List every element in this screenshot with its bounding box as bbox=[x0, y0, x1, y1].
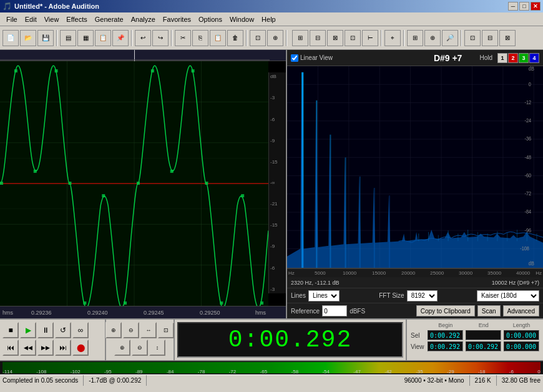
minimize-button[interactable]: ─ bbox=[508, 2, 518, 11]
toolbar-r4[interactable]: ⊡ bbox=[345, 30, 361, 46]
play-button[interactable]: ▶ bbox=[20, 322, 36, 338]
zoom-full-v-button[interactable]: ↕ bbox=[149, 340, 165, 356]
toolbar-r1[interactable]: ⊞ bbox=[292, 30, 308, 46]
rewind-button[interactable]: ◀◀ bbox=[20, 340, 36, 356]
transport-row2: ⏮ ◀◀ ▶▶ ⏭ ⬤ bbox=[2, 340, 102, 356]
goto-end-button[interactable]: ⏭ bbox=[55, 340, 71, 356]
hold-label: Hold bbox=[479, 54, 492, 61]
waveform-db-labels: dB -3 -6 -9 -15 -∞ -21 -15 -9 -6 -3 bbox=[268, 72, 286, 293]
toolbar-btn4[interactable]: ▤ bbox=[60, 30, 76, 46]
hz-label-20k: 20000 bbox=[401, 270, 415, 276]
toolbar-r12[interactable]: ⊠ bbox=[499, 30, 516, 46]
svg-rect-57 bbox=[428, 232, 429, 242]
menu-generate[interactable]: Generate bbox=[91, 14, 127, 24]
toolbar-sep2 bbox=[131, 30, 132, 46]
toolbar-r6[interactable]: ⌖ bbox=[384, 30, 401, 46]
toolbar-open[interactable]: 📂 bbox=[20, 30, 36, 46]
db-label-n21: -21 bbox=[270, 201, 285, 207]
copy-clipboard-button[interactable]: Copy to Clipboard bbox=[416, 305, 475, 316]
window-select[interactable]: Kaiser (180d Hann Blackman bbox=[477, 290, 539, 301]
toolbar-save[interactable]: 💾 bbox=[37, 30, 54, 46]
hz-label-30k: 30000 bbox=[459, 270, 472, 276]
svg-rect-15 bbox=[55, 69, 58, 72]
hz-label-end: Hz bbox=[536, 270, 542, 276]
toolbar-lasso[interactable]: ⊕ bbox=[267, 30, 283, 46]
zoom-out-v-button[interactable]: ⊖ bbox=[132, 340, 148, 356]
hold-btn-3[interactable]: 3 bbox=[519, 53, 529, 63]
main-area: dB -3 -6 -9 -15 -∞ -21 -15 -9 -6 -3 hms … bbox=[0, 50, 543, 318]
title-controls[interactable]: ─ □ ✕ bbox=[508, 2, 541, 11]
goto-start-button[interactable]: ⏮ bbox=[2, 340, 19, 356]
toolbar-copy[interactable]: ⎘ bbox=[192, 30, 208, 46]
menu-edit[interactable]: Edit bbox=[21, 14, 41, 24]
toolbar-r5[interactable]: ⊢ bbox=[362, 30, 378, 46]
menu-effects[interactable]: Effects bbox=[62, 14, 90, 24]
reference-input[interactable] bbox=[322, 305, 347, 316]
toolbar-undo[interactable]: ↩ bbox=[135, 30, 151, 46]
svg-rect-63 bbox=[487, 233, 488, 241]
zoom-in-v-button[interactable]: ⊕ bbox=[114, 340, 130, 356]
fft-size-select[interactable]: 8192 4096 2048 bbox=[407, 290, 438, 301]
menu-analyze[interactable]: Analyze bbox=[127, 14, 159, 24]
maximize-button[interactable]: □ bbox=[519, 2, 529, 11]
toolbar-new[interactable]: 📄 bbox=[2, 30, 19, 46]
zoom-out-h-button[interactable]: ⊖ bbox=[123, 322, 139, 338]
pause-button[interactable]: ⏸ bbox=[37, 322, 54, 338]
toolbar-paste[interactable]: 📋 bbox=[210, 30, 226, 46]
record-button[interactable]: ⬤ bbox=[72, 340, 89, 356]
toolbar-btn7[interactable]: 📌 bbox=[112, 30, 129, 46]
menu-view[interactable]: View bbox=[41, 14, 63, 24]
close-button[interactable]: ✕ bbox=[531, 2, 541, 11]
toolbar-redo[interactable]: ↪ bbox=[152, 30, 169, 46]
pos-spacer bbox=[411, 322, 425, 328]
toolbar-sep1 bbox=[56, 30, 57, 46]
loop-button[interactable]: ↺ bbox=[55, 322, 71, 338]
infinite-button[interactable]: ∞ bbox=[72, 322, 89, 338]
toolbar-r8[interactable]: ⊕ bbox=[424, 30, 441, 46]
toolbar-r10[interactable]: ⊡ bbox=[464, 30, 481, 46]
toolbar-select[interactable]: ⊡ bbox=[250, 30, 266, 46]
linear-view-checkbox[interactable] bbox=[291, 54, 298, 62]
toolbar-r3[interactable]: ⊠ bbox=[327, 30, 343, 46]
ffwd-button[interactable]: ▶▶ bbox=[37, 340, 54, 356]
spectrum-canvas-area[interactable]: dB 0 -12 -24 -36 -48 -60 -72 -84 -96 -10… bbox=[287, 66, 543, 268]
toolbar-btn6[interactable]: 📋 bbox=[95, 30, 111, 46]
level-n72: -72 bbox=[229, 369, 237, 375]
menu-help[interactable]: Help bbox=[258, 14, 280, 24]
svg-rect-0 bbox=[134, 50, 135, 61]
zoom-sel-button[interactable]: ⊡ bbox=[158, 322, 174, 338]
svg-rect-30 bbox=[287, 66, 543, 268]
menu-window[interactable]: Window bbox=[226, 14, 258, 24]
hold-btn-1[interactable]: 1 bbox=[497, 53, 507, 63]
toolbar-r9[interactable]: 🔎 bbox=[442, 30, 458, 46]
svg-rect-62 bbox=[477, 232, 478, 242]
svg-rect-14 bbox=[14, 69, 17, 72]
toolbar-btn5[interactable]: ▦ bbox=[77, 30, 94, 46]
toolbar-r7[interactable]: ⊞ bbox=[407, 30, 423, 46]
toolbar-r11[interactable]: ⊟ bbox=[482, 30, 498, 46]
scan-button[interactable]: Scan bbox=[477, 305, 501, 316]
svg-text:dB: dB bbox=[529, 261, 534, 267]
advanced-button[interactable]: Advanced bbox=[503, 305, 539, 316]
spectrum-display: dB 0 -12 -24 -36 -48 -60 -72 -84 -96 -10… bbox=[287, 66, 543, 268]
stop-button[interactable]: ■ bbox=[2, 322, 19, 338]
toolbar-delete[interactable]: 🗑 bbox=[227, 30, 243, 46]
linear-view-label[interactable]: Linear View bbox=[291, 54, 333, 62]
menu-favorites[interactable]: Favorites bbox=[159, 14, 195, 24]
hold-btn-4[interactable]: 4 bbox=[529, 53, 539, 63]
svg-rect-28 bbox=[170, 170, 174, 173]
waveform-display bbox=[0, 61, 268, 306]
lines-select[interactable]: Lines Bars bbox=[308, 290, 340, 301]
db-label-n15: -15 bbox=[270, 159, 285, 165]
toolbar-r2[interactable]: ⊟ bbox=[310, 30, 326, 46]
toolbar-sep4 bbox=[246, 30, 247, 46]
toolbar-cut[interactable]: ✂ bbox=[175, 30, 191, 46]
hold-btn-2[interactable]: 2 bbox=[508, 53, 518, 63]
status-memory: 216 K bbox=[475, 375, 497, 386]
zoom-in-h-button[interactable]: ⊕ bbox=[105, 322, 122, 338]
menu-options[interactable]: Options bbox=[195, 14, 226, 24]
menu-file[interactable]: File bbox=[2, 14, 21, 24]
view-row: View 0:00.292 0:00.292 0:00.000 bbox=[411, 341, 539, 352]
waveform-canvas-area[interactable]: dB -3 -6 -9 -15 -∞ -21 -15 -9 -6 -3 bbox=[0, 61, 286, 306]
zoom-full-h-button[interactable]: ↔ bbox=[140, 322, 157, 338]
